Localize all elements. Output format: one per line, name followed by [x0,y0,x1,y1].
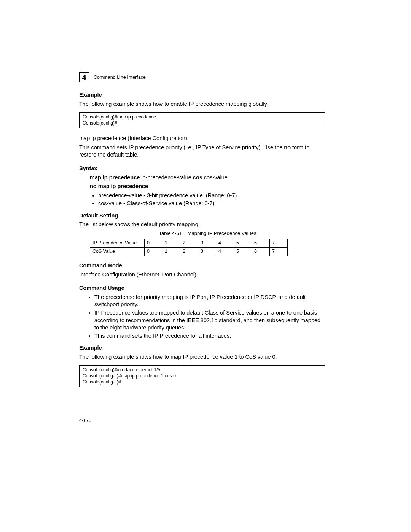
example2-intro: The following example shows how to map I… [79,353,325,361]
cell: 7 [270,248,288,256]
cell: 6 [252,239,270,248]
example1-intro: The following example shows how to enabl… [79,101,325,108]
syntax-bullet-precedence-value: precedence-value - 3-bit precedence valu… [98,192,325,200]
cell: 7 [270,239,288,248]
command-usage-list: The precedence for priority mapping is I… [94,294,325,340]
cmd-desc-part-a: This command sets IP precedence priority… [79,144,284,150]
default-setting-text: The list below shows the default priorit… [79,221,325,228]
precedence-mapping-table: IP Precedence Value 0 1 2 3 4 5 6 7 CoS … [90,239,288,256]
cell: 2 [180,248,198,256]
syntax-kw-map-ip-precedence: map ip precedence [90,174,140,181]
example1-heading: Example [79,91,325,99]
cell: 2 [180,239,198,248]
example2-code-block: Console(config)#interface ethernet 1/5 C… [79,365,325,387]
syntax-line-1: map ip precedence ip-precedence-value co… [90,174,325,182]
default-setting-heading: Default Setting [79,212,325,220]
row2-label: CoS Value [90,248,145,256]
example1-code-block: Console(config)#map ip precedence Consol… [79,112,325,128]
row1-label: IP Precedence Value [90,239,145,248]
usage-bullet-1: The precedence for priority mapping is I… [94,294,325,308]
cell: 1 [162,239,180,248]
syntax-arg-list: precedence-value - 3-bit precedence valu… [98,192,325,208]
command-usage-heading: Command Usage [79,284,325,292]
cell: 3 [198,239,216,248]
cell: 6 [252,248,270,256]
cell: 3 [198,248,216,256]
cell: 1 [162,248,180,256]
table-caption: Table 4-61 Mapping IP Precedence Values [90,230,325,237]
syntax-arg-ip-precedence-value: ip-precedence-value [140,174,193,181]
example2-heading: Example [79,344,325,352]
page-content: 4 Command Line Interface Example The fol… [0,0,411,424]
command-mode-heading: Command Mode [79,262,325,270]
chapter-number-badge: 4 [79,72,89,82]
cell: 4 [216,239,234,248]
command-title: map ip precedence (Interface Configurati… [79,135,325,142]
cmd-desc-no-keyword: no [284,144,291,150]
usage-bullet-2: IP Precedence values are mapped to defau… [94,309,325,332]
chapter-header: 4 Command Line Interface [79,72,325,82]
chapter-title: Command Line Interface [94,74,146,81]
cell: 0 [145,248,162,256]
syntax-arg-cos-value: cos-value [202,174,228,181]
cell: 0 [145,239,162,248]
syntax-heading: Syntax [79,165,325,173]
usage-bullet-3: This command sets the IP Precedence for … [94,332,325,340]
syntax-line-2-no-form: no map ip precedence [90,183,325,190]
syntax-kw-cos: cos [193,174,202,181]
table-title: Mapping IP Precedence Values [188,230,256,236]
table-row: CoS Value 0 1 2 3 4 5 6 7 [90,248,288,256]
table-number: Table 4-61 [159,230,182,236]
syntax-bullet-cos-value: cos-value - Class-of-Service value (Rang… [98,200,325,208]
command-description: This command sets IP precedence priority… [79,144,325,159]
page-number: 4-176 [79,417,325,424]
command-mode-text: Interface Configuration (Ethernet, Port … [79,271,325,279]
cell: 4 [216,248,234,256]
cell: 5 [234,248,252,256]
table-row: IP Precedence Value 0 1 2 3 4 5 6 7 [90,239,288,248]
cell: 5 [234,239,252,248]
